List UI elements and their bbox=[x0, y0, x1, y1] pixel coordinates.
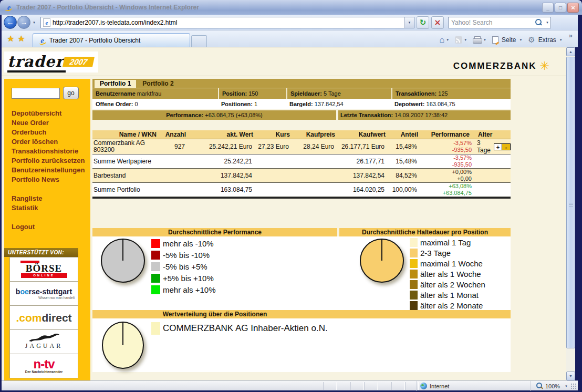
sponsor-boerse-online[interactable]: BÖRSE ONLINE bbox=[9, 257, 78, 282]
tab-portfolio-1[interactable]: Portfolio 1 bbox=[95, 80, 136, 88]
zoom-control[interactable]: 100% ▼ bbox=[531, 381, 569, 391]
status-segments bbox=[323, 382, 419, 390]
cell-name[interactable]: Commerzbank AG803200 bbox=[92, 140, 161, 153]
table-row-commerzbank: Commerzbank AG803200 927 25.242,21 Euro … bbox=[92, 139, 511, 154]
performance-field: Performance: +63.084,75 (+63,08%) bbox=[92, 110, 336, 120]
sponsor-jaguar[interactable]: JAGUAR bbox=[9, 329, 78, 354]
legend-item: mehr als -10% bbox=[151, 238, 215, 249]
positions-table: Name / WKN Anzahl akt. Wert Kurs Kaufpre… bbox=[92, 130, 511, 199]
increase-position-button[interactable]: + bbox=[494, 144, 502, 150]
sidebar-item-rangliste[interactable]: Rangliste bbox=[12, 194, 90, 203]
col-kurs: Kurs bbox=[257, 130, 294, 139]
cell-name: Summe Portfolio bbox=[92, 187, 161, 193]
refresh-icon: ↻ bbox=[420, 18, 427, 27]
decrease-position-button[interactable]: - bbox=[502, 144, 510, 150]
window-title: Trader 2007 - Portfolio Übersicht - Wind… bbox=[16, 4, 542, 11]
ntv-word: n-tv bbox=[34, 358, 55, 370]
position-field: Position: 150 bbox=[218, 88, 286, 99]
scrollbar-thumb[interactable] bbox=[566, 57, 575, 348]
favorites-star-icon[interactable]: ★ bbox=[7, 34, 14, 44]
search-magnifier-icon[interactable] bbox=[534, 18, 543, 27]
legend-swatch bbox=[410, 259, 418, 268]
address-bar[interactable]: e ▼ bbox=[40, 17, 414, 28]
forward-button[interactable]: → bbox=[17, 16, 30, 29]
sidebar-item-orderbuch[interactable]: Orderbuch bbox=[12, 128, 90, 137]
sponsor-boerse-stuttgart[interactable]: boerse-stuttgart Wissen wo man handelt bbox=[9, 281, 78, 306]
search-box[interactable]: ▼ bbox=[448, 17, 551, 28]
minimize-button[interactable]: _ bbox=[542, 3, 554, 13]
sponsor-logos: BÖRSE ONLINE boerse-stuttgart Wissen wo … bbox=[9, 257, 78, 378]
refresh-button[interactable]: ↻ bbox=[417, 16, 429, 29]
maximize-button[interactable]: □ bbox=[555, 3, 566, 13]
commerzbank-emblem-icon: ✳ bbox=[540, 61, 549, 71]
tab-portfolio-uebersicht[interactable]: e Trader 2007 - Portfolio Übersicht bbox=[33, 33, 190, 47]
status-bar: Internet 100% ▼ bbox=[2, 380, 578, 390]
search-input[interactable] bbox=[449, 19, 534, 26]
scroll-up-button[interactable]: ▲ bbox=[566, 47, 575, 56]
history-dropdown-icon[interactable]: ▼ bbox=[31, 21, 37, 24]
info-row-1: Benutzername marktfrau Position: 150 Spi… bbox=[92, 88, 511, 99]
search-dropdown-icon[interactable]: ▼ bbox=[544, 21, 550, 24]
sidebar-item-portfolio-zuruecksetzen[interactable]: Portfolio zurücksetzen bbox=[12, 156, 90, 166]
sidebar-item-logout[interactable]: Logout bbox=[12, 222, 90, 232]
legend-item: älter als 1 Monat bbox=[410, 290, 485, 300]
legend-swatch bbox=[410, 249, 418, 257]
stop-button[interactable]: × bbox=[431, 16, 444, 29]
window-controls: _ □ × bbox=[542, 3, 579, 13]
resize-grip[interactable] bbox=[570, 383, 577, 390]
print-button[interactable]: ▼ bbox=[471, 35, 490, 44]
cell-performance: -3,57%-935,50 bbox=[422, 140, 474, 153]
sidebar-item-transaktionshistorie[interactable]: Transaktionshistorie bbox=[12, 147, 90, 156]
go-button[interactable]: go bbox=[63, 87, 79, 99]
legend-swatch bbox=[410, 270, 418, 278]
page-menu-button[interactable]: Seite▼ bbox=[491, 35, 525, 45]
sponsor-comdirect[interactable]: .comdirect bbox=[9, 305, 78, 330]
tab-portfolio-2[interactable]: Portfolio 2 bbox=[136, 80, 180, 88]
sidebar: go Depotübersicht Neue Order Orderbuch O… bbox=[4, 79, 90, 380]
cell-anteil: 15,48% bbox=[390, 158, 422, 165]
sidebar-item-portfolio-news[interactable]: Portfolio News bbox=[12, 175, 90, 184]
overflow-chevron-icon[interactable]: » bbox=[569, 32, 573, 39]
cell-akt-wert: 137.842,54 bbox=[190, 172, 257, 179]
performance-pie-chart bbox=[101, 239, 145, 283]
back-button[interactable]: ← bbox=[4, 16, 17, 29]
new-tab-stub[interactable] bbox=[191, 35, 207, 47]
close-button[interactable]: × bbox=[567, 3, 579, 13]
sidebar-item-benutzereinstellungen[interactable]: Benutzereinstellungen bbox=[12, 166, 90, 175]
col-kaufwert: Kaufwert bbox=[339, 130, 390, 139]
zoom-dropdown-icon[interactable]: ▼ bbox=[563, 385, 569, 388]
cell-akt-wert: 25.242,21 Euro bbox=[190, 143, 257, 150]
tools-menu-button[interactable]: ⚙Extras▼ bbox=[526, 34, 565, 46]
table-row-summe-portfolio: Summe Portfolio 163.084,75 164.020,25 10… bbox=[92, 183, 511, 197]
ntv-tagline: Der Nachrichtensender bbox=[25, 370, 63, 374]
home-button[interactable]: ⌂▼ bbox=[438, 34, 453, 46]
legend-swatch bbox=[151, 262, 160, 271]
legend-swatch bbox=[151, 322, 160, 335]
scroll-down-button[interactable]: ▼ bbox=[566, 372, 575, 380]
zoom-level: 100% bbox=[545, 383, 560, 389]
sidebar-search-input[interactable] bbox=[12, 88, 60, 99]
url-input[interactable] bbox=[53, 19, 404, 26]
cell-kaufwert: 26.177,71 bbox=[339, 158, 390, 165]
tools-dropdown-icon: ▼ bbox=[558, 38, 564, 42]
feeds-button[interactable]: ▼ bbox=[453, 35, 470, 45]
legend-swatch bbox=[410, 280, 418, 289]
wertverteilung-legend: COMMERZBANK AG Inhaber-Aktien o.N. bbox=[151, 322, 328, 335]
address-dropdown-icon[interactable]: ▼ bbox=[404, 17, 414, 28]
vertical-scrollbar[interactable]: ▲ ▼ bbox=[566, 47, 575, 380]
performance-chart-title: Durchschnittliche Performance bbox=[92, 228, 337, 236]
transaktionen-field: Transaktionen: 125 bbox=[391, 88, 511, 99]
sidebar-item-statistik[interactable]: Statistik bbox=[12, 203, 90, 213]
cell-kaufwert: 164.020,25 bbox=[339, 186, 390, 193]
trader-logo: trader2007 bbox=[4, 51, 98, 73]
positions-table-header: Name / WKN Anzahl akt. Wert Kurs Kaufpre… bbox=[92, 130, 511, 139]
cell-akt-wert: 25.242,21 bbox=[190, 158, 257, 165]
sidebar-item-depotuebersicht[interactable]: Depotübersicht bbox=[12, 109, 90, 118]
sidebar-item-order-loeschen[interactable]: Order löschen bbox=[12, 137, 90, 147]
col-performance: Performance bbox=[422, 130, 474, 139]
add-favorite-icon[interactable]: ★ bbox=[17, 34, 25, 44]
sponsor-ntv[interactable]: n-tv Der Nachrichtensender bbox=[9, 354, 78, 378]
col-anteil: Anteil bbox=[390, 130, 422, 139]
legend-item: -5% bis -10% bbox=[151, 249, 215, 261]
sidebar-item-neue-order[interactable]: Neue Order bbox=[12, 118, 90, 128]
